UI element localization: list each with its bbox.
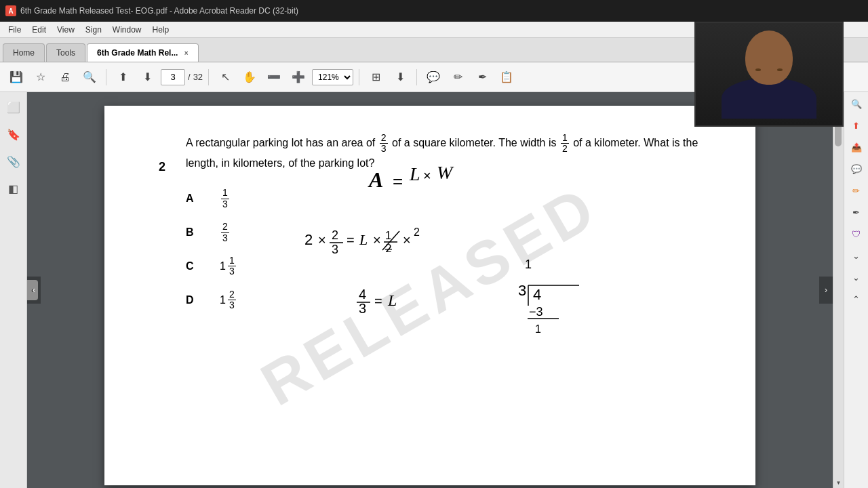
menu-view[interactable]: View [52,24,80,36]
scroll-left-arrow[interactable]: ‹ [27,277,41,304]
answer-b-letter: B [186,226,206,239]
page-navigation: / 32 [161,69,203,85]
attachments-icon[interactable]: 📎 [4,152,23,171]
scroll-down-arrow[interactable]: ▼ [833,477,844,488]
layers-icon[interactable]: ◧ [4,179,23,198]
menu-help[interactable]: Help [147,24,175,36]
fraction-numerator-1: 2 [380,133,388,144]
tab-document[interactable]: 6th Grade Math Rel... × [87,43,199,62]
pdf-area: ‹ RELEASED 2 A rectangular parking lot h… [27,92,833,488]
hand-tool-button[interactable]: ✋ [239,66,260,88]
main-layout: ⬜ 🔖 📎 ◧ ‹ ‹ RELEASED 2 A rectangular par… [0,92,868,488]
question-text-part1: A rectangular parking lot has an area of [186,137,375,148]
answer-d-value: 1 2 3 [220,289,237,311]
menu-edit[interactable]: Edit [26,24,52,36]
question-number: 2 [159,160,165,174]
tab-home[interactable]: Home [3,43,45,62]
drawing-button[interactable]: ✒ [471,66,493,88]
save-button[interactable]: 💾 [5,66,27,88]
left-sidebar: ⬜ 🔖 📎 ◧ [0,92,27,488]
fraction-denominator-2: 2 [561,144,569,154]
more-icon-2[interactable]: ⌄ [848,268,865,286]
answer-a-letter: A [186,192,206,205]
answer-d-letter: D [186,294,206,306]
person-head [745,30,793,85]
zoom-in-button[interactable]: ➕ [288,66,309,88]
pdf-page: RELEASED 2 A rectangular parking lot has… [104,106,755,485]
prev-page-button[interactable]: ⬆ [112,66,134,88]
menu-file[interactable]: File [3,24,26,36]
page-separator: / [188,72,191,82]
answer-a: A 1 3 [186,188,715,209]
tab-tools[interactable]: Tools [46,43,85,62]
page-total: 32 [193,72,203,82]
edit-panel-icon[interactable]: ✏ [848,182,865,199]
more-icon-1[interactable]: ⌄ [848,247,865,264]
redact-icon[interactable]: ✒ [848,203,865,221]
share-icon[interactable]: ⬆ [848,117,865,134]
highlight-button[interactable]: ✏ [447,66,469,88]
search-panel-icon[interactable]: 🔍 [848,95,865,113]
menu-sign[interactable]: Sign [80,24,107,36]
answer-choices: A 1 3 B 2 [186,188,715,310]
comment-panel-icon[interactable]: 💬 [848,160,865,178]
zoom-select[interactable]: 50% 75% 100% 121% 150% 200% [312,69,353,85]
fraction-denominator-1: 3 [380,144,388,154]
menu-window[interactable]: Window [107,24,147,36]
scrollbar[interactable]: ▲ ▼ [833,92,844,488]
question-content: 2 A rectangular parking lot has an area … [145,133,715,311]
marquee-zoom-button[interactable]: ⊞ [365,66,387,88]
separator-3 [359,69,359,85]
protect-icon[interactable]: 🛡 [848,225,865,243]
stamp-button[interactable]: 📋 [496,66,517,88]
next-page-button[interactable]: ⬇ [136,66,158,88]
fraction-2-3: 2 3 [380,133,388,155]
answer-c-value: 1 1 3 [220,256,237,277]
pages-icon[interactable]: ⬜ [4,98,23,117]
separator-4 [416,69,417,85]
comment-button[interactable]: 💬 [422,66,444,88]
export-icon[interactable]: 📤 [848,138,865,156]
bookmarks-icon[interactable]: 🔖 [4,125,23,144]
page-number-input[interactable] [161,69,185,85]
svg-text:1: 1 [535,323,541,335]
answer-c: C 1 1 3 [186,256,715,277]
answer-c-letter: C [186,260,206,272]
webcam-person [696,23,842,125]
answer-b: B 2 3 [186,222,715,243]
webcam-overlay [694,22,844,127]
expand-icon[interactable]: ⌃ [848,290,865,308]
window-title: 6th Grade Math Released Test- EOG.pdf - … [20,6,298,16]
question-text-part2: of a square kilometer. The width is [392,137,557,148]
separator-2 [208,69,209,85]
zoom-out-search-button[interactable]: 🔍 [79,66,100,88]
right-panel: 🔍 ⬆ 📤 💬 ✏ ✒ 🛡 ⌄ ⌄ ⌃ [844,92,868,488]
question-text: A rectangular parking lot has an area of… [186,133,715,171]
bookmark-button[interactable]: ☆ [30,66,52,88]
app-icon: A [5,5,16,16]
answer-d: D 1 2 3 [186,289,715,311]
print-button[interactable]: 🖨 [54,66,76,88]
scroll-right-arrow[interactable]: › [819,277,833,304]
fraction-numerator-2: 1 [561,133,569,144]
fraction-1-2: 1 2 [561,133,569,155]
person-avatar [722,30,816,119]
answer-a-value: 1 3 [220,188,231,209]
scroll-button[interactable]: ⬇ [389,66,411,88]
title-bar: A 6th Grade Math Released Test- EOG.pdf … [0,0,868,22]
answer-b-value: 2 3 [220,222,231,243]
cursor-tool-button[interactable]: ↖ [214,66,236,88]
tab-close-icon[interactable]: × [184,49,189,57]
separator-1 [106,69,106,85]
zoom-out-button[interactable]: ➖ [263,66,285,88]
